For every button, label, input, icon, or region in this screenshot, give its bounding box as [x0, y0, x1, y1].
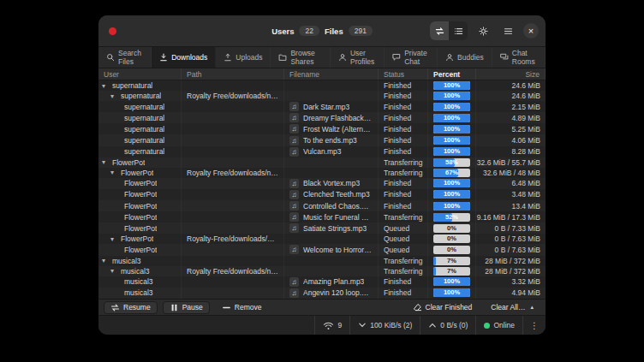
user-profile-icon — [338, 53, 347, 62]
close-button[interactable]: × — [523, 23, 539, 39]
column-header-percent[interactable]: Percent — [428, 68, 476, 80]
tab-buddies[interactable]: Buddies — [438, 47, 492, 68]
column-header-size[interactable]: Size — [476, 68, 546, 80]
tab-user-profiles[interactable]: User Profiles — [331, 47, 385, 68]
main-menu-button[interactable] — [498, 21, 517, 40]
column-header-status[interactable]: Status — [379, 68, 428, 80]
progress-label: 100% — [433, 81, 470, 90]
user-name: musical3 — [112, 257, 141, 265]
percent-cell: 100% — [428, 91, 476, 101]
progress-label: 0% — [433, 224, 470, 233]
table-row[interactable]: FlowerPot♫Clenched Teeth.mp3Finished100%… — [98, 189, 546, 200]
table-row[interactable]: supernatural♫Dark Star.mp3Finished100%2.… — [98, 101, 546, 112]
table-row[interactable]: FlowerPot♫Satiate Strings.mp3Queued0%0 B… — [98, 223, 546, 234]
progress-label: 100% — [433, 179, 470, 187]
chevron-up-icon — [428, 321, 437, 329]
progress-bar: 100% — [433, 190, 470, 199]
size-cell: 6.48 MiB — [476, 178, 546, 189]
statusbar-menu-button[interactable]: ⋮ — [522, 316, 546, 335]
table-row[interactable]: ▾supernaturalRoyalty Free/downloads/nico… — [98, 91, 546, 101]
user-cell: FlowerPot — [98, 178, 182, 189]
table-row[interactable]: ▾musical3Royalty Free/downloads/nicotiTr… — [98, 266, 546, 276]
size-cell: 4.06 MiB — [476, 134, 546, 145]
column-header-filename[interactable]: Filename — [284, 68, 379, 80]
expander-icon[interactable]: ▾ — [102, 82, 112, 90]
user-cell: FlowerPot — [98, 200, 182, 211]
status-cell: Queued — [379, 223, 428, 234]
table-row[interactable]: musical3♫Angevin 120 loop.mp3Finished100… — [98, 288, 546, 299]
filename-cell: ♫Frost Waltz (Alternate).mp3 — [284, 123, 379, 134]
progress-bar: 7% — [433, 257, 470, 265]
view-toggle-group — [430, 21, 468, 40]
table-row[interactable]: ▾musical3Transferring7%28 MiB / 372 MiB — [98, 256, 546, 266]
table-row[interactable]: FlowerPot♫Welcome to HorrorLand - hi.mp3… — [98, 244, 546, 255]
table-row[interactable]: ▾supernaturalFinished100%24.6 MiB — [98, 80, 546, 91]
transfer-table-body: ▾supernaturalFinished100%24.6 MiB▾supern… — [98, 80, 546, 299]
tab-private-chat[interactable]: Private Chat — [385, 47, 438, 68]
tab-browse-shares[interactable]: Browse Shares — [271, 47, 331, 68]
preferences-button[interactable] — [474, 21, 492, 40]
table-row[interactable]: ▾FlowerPotRoyalty-Free/downloads/nicotiQ… — [98, 234, 546, 244]
percent-cell: 100% — [428, 200, 476, 211]
expander-icon[interactable]: ▾ — [110, 169, 121, 176]
clear-all-menu-button[interactable]: Clear All… ▴ — [484, 301, 540, 314]
tab-chat-rooms[interactable]: Chat Rooms — [492, 47, 546, 68]
tab-search-files[interactable]: Search Files — [98, 47, 152, 68]
download-speed-button[interactable]: 100 KiB/s (2) — [349, 316, 420, 335]
table-row[interactable]: musical3♫Amazing Plan.mp3Finished100%3.3… — [98, 276, 546, 288]
user-name: FlowerPot — [124, 190, 157, 199]
chat-rooms-icon — [500, 53, 509, 62]
column-header-path[interactable]: Path — [182, 68, 284, 80]
user-name: musical3 — [124, 277, 153, 286]
clear-finished-button[interactable]: Clear Finished — [406, 301, 480, 314]
progress-label: 7% — [433, 257, 470, 265]
online-status-label: Online — [493, 321, 515, 329]
percent-cell: 100% — [428, 80, 476, 91]
path-cell — [182, 112, 284, 123]
path-cell — [182, 256, 284, 266]
column-header-user[interactable]: User — [98, 68, 182, 80]
table-row[interactable]: FlowerPot♫Black Vortex.mp3Finished100%6.… — [98, 178, 546, 189]
audio-file-icon: ♫ — [289, 102, 299, 111]
user-cell: ▾musical3 — [98, 256, 182, 266]
pause-button[interactable]: Pause — [163, 301, 210, 314]
audio-file-icon: ♫ — [289, 190, 299, 199]
status-cell: Finished — [379, 123, 428, 134]
progress-label: 100% — [433, 92, 470, 100]
gear-icon — [479, 27, 488, 36]
table-row[interactable]: supernatural♫To the ends.mp3Finished100%… — [98, 134, 546, 145]
upload-speed-button[interactable]: 0 B/s (0) — [420, 316, 475, 335]
progress-label: 100% — [433, 190, 470, 199]
tab-downloads[interactable]: Downloads — [152, 47, 216, 68]
expander-icon[interactable]: ▾ — [110, 92, 121, 100]
connections-toggle-button[interactable] — [430, 21, 449, 40]
expander-icon[interactable]: ▾ — [110, 267, 121, 275]
path-cell — [182, 200, 284, 211]
table-row[interactable]: ▾FlowerPotRoyalty Free/downloads/nicotiT… — [98, 168, 546, 178]
online-status-icon — [484, 323, 490, 329]
close-icon: × — [528, 27, 534, 36]
table-row[interactable]: supernatural♫Dreamy Flashback.mp3Finishe… — [98, 112, 546, 123]
size-cell: 0 B / 7.33 MiB — [476, 223, 546, 234]
user-name: supernatural — [112, 81, 152, 90]
expander-icon[interactable]: ▾ — [110, 235, 121, 243]
tab-uploads[interactable]: Uploads — [216, 47, 271, 68]
online-status-button[interactable]: Online — [475, 316, 522, 335]
table-row[interactable]: supernatural♫Vulcan.mp3Finished100%8.28 … — [98, 146, 546, 157]
table-row[interactable]: FlowerPot♫Music for Funeral Home - Part…… — [98, 211, 546, 223]
headerbar: Users 22 Files 291 — [98, 15, 546, 47]
remove-button[interactable]: Remove — [215, 301, 269, 314]
table-row[interactable]: ▾FlowerPotTransferring58%32.6 MiB / 55.7… — [98, 157, 546, 168]
resume-button[interactable]: Resume — [104, 301, 158, 314]
wifi-icon — [323, 321, 334, 330]
user-cell: ▾FlowerPot — [98, 157, 182, 168]
percent-cell: 100% — [428, 178, 476, 189]
transfer-list-toggle-button[interactable] — [449, 21, 468, 40]
expander-icon[interactable]: ▾ — [102, 158, 112, 166]
expander-icon[interactable]: ▾ — [102, 257, 112, 264]
menu-up-arrow-icon: ▴ — [530, 304, 534, 311]
user-cell: ▾supernatural — [98, 91, 182, 101]
table-row[interactable]: FlowerPot♫Controlled Chaos.mp3Finished10… — [98, 200, 546, 211]
table-row[interactable]: supernatural♫Frost Waltz (Alternate).mp3… — [98, 123, 546, 134]
network-status-button[interactable]: 9 — [314, 316, 349, 335]
